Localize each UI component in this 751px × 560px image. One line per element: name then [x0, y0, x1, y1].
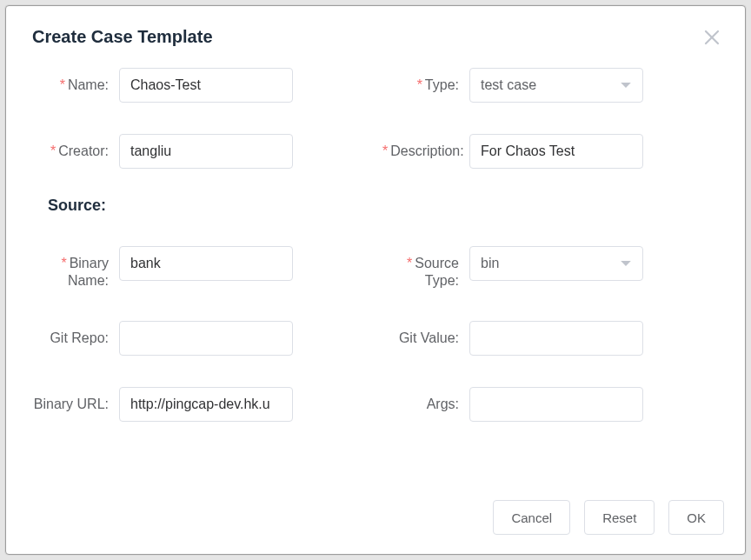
- close-icon[interactable]: [701, 27, 722, 48]
- binary-url-input[interactable]: [119, 387, 293, 422]
- create-case-template-modal: Create Case Template *Name: *Type:: [5, 5, 746, 555]
- git-repo-input[interactable]: [119, 321, 293, 356]
- name-label: *Name:: [32, 68, 119, 94]
- git-value-input[interactable]: [469, 321, 643, 356]
- type-select-value: test case: [481, 77, 536, 93]
- cancel-button[interactable]: Cancel: [493, 500, 570, 535]
- ok-button[interactable]: OK: [668, 500, 724, 535]
- description-label: *Description:: [382, 134, 469, 160]
- modal-title: Create Case Template: [32, 27, 719, 47]
- creator-input[interactable]: [119, 134, 293, 169]
- args-input[interactable]: [469, 387, 643, 422]
- modal-footer: Cancel Reset OK: [6, 484, 745, 554]
- reset-button[interactable]: Reset: [584, 500, 655, 535]
- source-type-select-value: bin: [481, 256, 499, 271]
- type-label: *Type:: [382, 68, 469, 94]
- chevron-down-icon: [620, 79, 632, 91]
- source-section-title: Source:: [32, 197, 719, 215]
- source-type-label: *Source Type:: [382, 246, 469, 290]
- binary-name-label: *Binary Name:: [32, 246, 119, 290]
- description-input[interactable]: [469, 134, 643, 169]
- binary-url-label: Binary URL:: [32, 387, 119, 413]
- git-value-label: Git Value:: [382, 321, 469, 347]
- creator-label: *Creator:: [32, 134, 119, 160]
- args-label: Args:: [382, 387, 469, 413]
- binary-name-input[interactable]: [119, 246, 293, 281]
- chevron-down-icon: [620, 257, 632, 270]
- source-type-select[interactable]: bin: [469, 246, 643, 281]
- modal-header: Create Case Template: [6, 6, 745, 47]
- type-select[interactable]: test case: [469, 68, 643, 103]
- git-repo-label: Git Repo:: [32, 321, 119, 347]
- name-input[interactable]: [119, 68, 293, 103]
- modal-body: *Name: *Type: test case: [6, 47, 745, 484]
